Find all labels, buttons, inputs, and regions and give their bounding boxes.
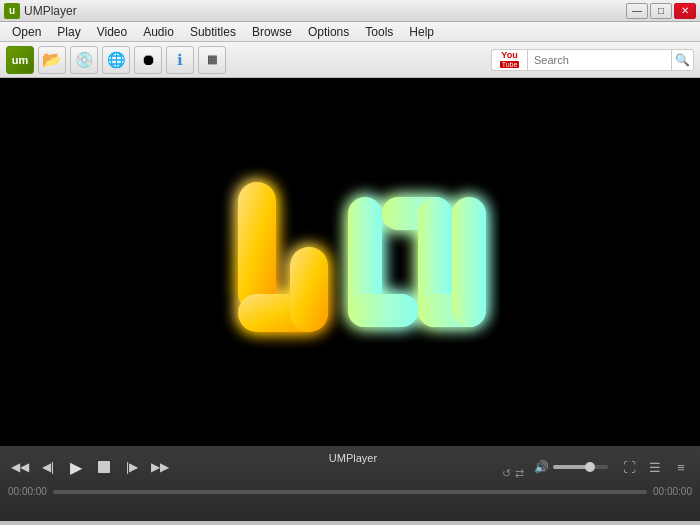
fastforward-icon: ▶▶ — [151, 460, 169, 474]
next-button[interactable]: |▶ — [120, 455, 144, 479]
progress-row: 00:00:00 00:00:00 — [0, 486, 700, 501]
device-icon: ⏺ — [141, 51, 156, 68]
menu-play[interactable]: Play — [49, 22, 88, 42]
volume-slider[interactable] — [553, 465, 608, 469]
play-button[interactable]: ▶ — [64, 455, 88, 479]
time-current: 00:00:00 — [8, 486, 47, 497]
menu-audio[interactable]: Audio — [135, 22, 182, 42]
menu-open[interactable]: Open — [4, 22, 49, 42]
close-button[interactable]: ✕ — [674, 3, 696, 19]
title-bar: u UMPlayer — □ ✕ — [0, 0, 700, 22]
open-url-button[interactable]: 🌐 — [102, 46, 130, 74]
menu-bar: Open Play Video Audio Subtitles Browse O… — [0, 22, 700, 42]
next-icon: |▶ — [126, 460, 138, 474]
logo-button[interactable]: um — [6, 46, 34, 74]
menu-options[interactable]: Options — [300, 22, 357, 42]
volume-icon: 🔊 — [534, 460, 549, 474]
toolbar: um 📂 💿 🌐 ⏺ ℹ ▦ You Tube 🔍 — [0, 42, 700, 78]
volume-knob[interactable] — [585, 462, 595, 472]
equalizer-icon: ▦ — [207, 53, 217, 66]
shuffle-icon[interactable]: ⇄ — [515, 467, 524, 480]
track-name: UMPlayer — [182, 452, 524, 464]
url-icon: 🌐 — [107, 51, 126, 69]
fastforward-button[interactable]: ▶▶ — [148, 455, 172, 479]
title-text: UMPlayer — [24, 4, 77, 18]
search-button[interactable]: 🔍 — [672, 49, 694, 71]
menu-tools[interactable]: Tools — [357, 22, 401, 42]
repeat-icon[interactable]: ↺ — [502, 467, 511, 480]
open-disc-button[interactable]: 💿 — [70, 46, 98, 74]
stop-button[interactable] — [92, 455, 116, 479]
prev-icon: ◀| — [42, 460, 54, 474]
disc-icon: 💿 — [75, 51, 94, 69]
stop-icon — [98, 461, 110, 473]
app-icon: u — [4, 3, 20, 19]
title-controls: — □ ✕ — [626, 3, 696, 19]
rewind-icon: ◀◀ — [11, 460, 29, 474]
svg-rect-4 — [348, 294, 418, 327]
svg-rect-2 — [290, 247, 328, 332]
minimize-button[interactable]: — — [626, 3, 648, 19]
open-file-button[interactable]: 📂 — [38, 46, 66, 74]
volume-area: 🔊 — [534, 460, 608, 474]
controls-row: ◀◀ ◀| ▶ |▶ ▶▶ UMPlayer ↺ ⇄ 🔊 — [0, 446, 700, 486]
open-device-button[interactable]: ⏺ — [134, 46, 162, 74]
search-icon: 🔍 — [675, 53, 690, 67]
prev-button[interactable]: ◀| — [36, 455, 60, 479]
progress-bar[interactable] — [53, 490, 647, 494]
bottom-bar: ◀◀ ◀| ▶ |▶ ▶▶ UMPlayer ↺ ⇄ 🔊 — [0, 446, 700, 521]
svg-rect-8 — [452, 197, 486, 327]
right-icons: ⛶ ☰ ≡ — [618, 456, 692, 478]
svg-rect-0 — [238, 182, 276, 312]
youtube-badge: You Tube — [491, 49, 527, 71]
open-folder-icon: 📂 — [42, 50, 62, 69]
menu-browse[interactable]: Browse — [244, 22, 300, 42]
play-icon: ▶ — [70, 458, 82, 477]
menu-subtitles[interactable]: Subtitles — [182, 22, 244, 42]
time-total: 00:00:00 — [653, 486, 692, 497]
menu-video[interactable]: Video — [89, 22, 135, 42]
playlist-button[interactable]: ☰ — [644, 456, 666, 478]
info-icon: ℹ — [177, 51, 183, 69]
youtube-you-text: You — [501, 51, 517, 60]
search-input[interactable] — [527, 49, 672, 71]
rewind-button[interactable]: ◀◀ — [8, 455, 32, 479]
track-icons: ↺ ⇄ — [182, 467, 524, 480]
maximize-button[interactable]: □ — [650, 3, 672, 19]
fullscreen-button[interactable]: ⛶ — [618, 456, 640, 478]
youtube-search-area: You Tube 🔍 — [491, 49, 694, 71]
video-area[interactable] — [0, 78, 700, 446]
title-left: u UMPlayer — [4, 3, 77, 19]
menu-button[interactable]: ≡ — [670, 456, 692, 478]
info-button[interactable]: ℹ — [166, 46, 194, 74]
track-info: UMPlayer ↺ ⇄ — [182, 452, 524, 482]
equalizer-button[interactable]: ▦ — [198, 46, 226, 74]
um-player-logo — [200, 152, 500, 372]
youtube-tube-text: Tube — [500, 61, 520, 68]
menu-help[interactable]: Help — [401, 22, 442, 42]
